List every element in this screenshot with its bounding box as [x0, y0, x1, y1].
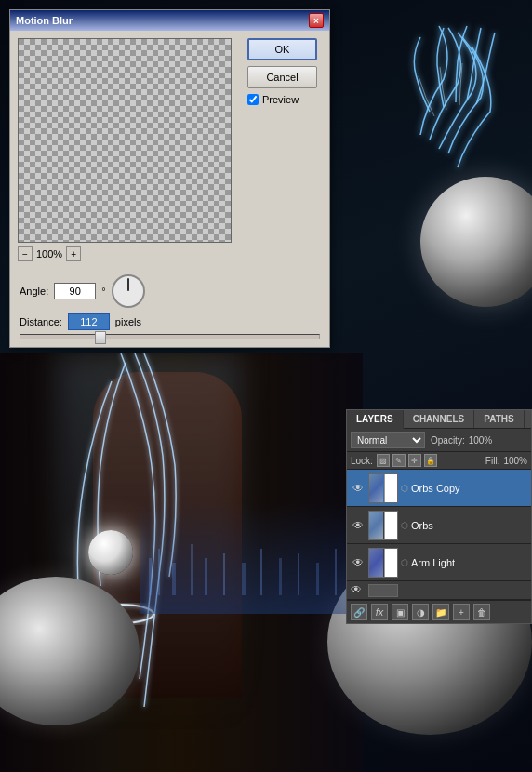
- lock-all-icon[interactable]: 🔒: [424, 454, 437, 467]
- dialog-title: Motion Blur: [16, 15, 73, 26]
- distance-section: Distance: pixels: [10, 313, 329, 334]
- tab-layers[interactable]: LAYERS: [347, 410, 404, 429]
- slider-container: [10, 334, 329, 347]
- dialog-close-button[interactable]: ×: [309, 13, 324, 28]
- angle-wheel[interactable]: [112, 274, 145, 308]
- layers-blend-row: Normal Multiply Screen Overlay Opacity: …: [347, 429, 531, 452]
- motion-blur-dialog: Motion Blur × − 100% + OK Cancel Preview: [9, 9, 330, 348]
- preview-checkbox[interactable]: [247, 94, 259, 105]
- layer-mask-arm-light: [384, 549, 397, 577]
- preview-canvas-inner: [19, 39, 231, 242]
- link-icon-orbs-copy: ⬡: [401, 484, 408, 493]
- pixels-label: pixels: [115, 316, 141, 327]
- layer-thumb-partial: [368, 584, 398, 597]
- layer-row-partial[interactable]: 👁: [347, 581, 531, 600]
- dialog-body: − 100% + OK Cancel Preview: [10, 31, 329, 269]
- preview-area: − 100% +: [18, 38, 240, 261]
- opacity-label: Opacity:: [431, 435, 465, 446]
- link-icon-orbs: ⬡: [401, 521, 408, 530]
- distance-slider-track: [20, 334, 320, 339]
- svg-rect-1: [149, 558, 152, 595]
- eye-icon-orbs-copy[interactable]: 👁: [351, 481, 366, 496]
- layer-mask-orbs-copy: [384, 474, 397, 502]
- link-icon-arm-light: ⬡: [401, 558, 408, 567]
- eye-icon-orbs[interactable]: 👁: [351, 518, 366, 533]
- opacity-value: 100%: [469, 435, 493, 446]
- layer-mask-orbs: [384, 512, 397, 539]
- lock-transparency-icon[interactable]: ▨: [377, 454, 390, 467]
- degree-symbol: °: [101, 286, 105, 297]
- group-button[interactable]: 📁: [432, 604, 449, 620]
- svg-rect-10: [298, 553, 299, 595]
- ok-button[interactable]: OK: [247, 38, 317, 60]
- eye-icon-arm-light[interactable]: 👁: [351, 555, 366, 570]
- cancel-button[interactable]: Cancel: [247, 66, 317, 88]
- distance-slider-thumb[interactable]: [95, 331, 106, 344]
- svg-rect-5: [205, 558, 207, 595]
- svg-rect-9: [279, 558, 282, 595]
- preview-canvas: [18, 38, 232, 243]
- layer-thumb-orbs-copy: [368, 473, 398, 503]
- zoom-value: 100%: [36, 248, 62, 260]
- add-mask-button[interactable]: ▣: [392, 604, 408, 620]
- lock-row: Lock: ▨ ✎ ✛ 🔒 Fill: 100%: [347, 452, 531, 470]
- layer-row-orbs[interactable]: 👁 ⬡ Orbs: [347, 507, 531, 544]
- svg-rect-2: [158, 549, 160, 595]
- svg-rect-11: [316, 563, 319, 595]
- link-layers-button[interactable]: 🔗: [351, 604, 367, 620]
- new-layer-button[interactable]: +: [453, 604, 470, 620]
- angle-row: Angle: 90 °: [10, 269, 329, 313]
- lock-label: Lock:: [351, 456, 373, 466]
- layer-row-orbs-copy[interactable]: 👁 ⬡ Orbs Copy: [347, 470, 531, 507]
- eye-icon-partial: 👁: [351, 583, 366, 598]
- svg-rect-3: [172, 563, 176, 595]
- lock-icon-group: ▨ ✎ ✛ 🔒: [377, 454, 437, 467]
- preview-checkbox-group: Preview: [247, 94, 322, 105]
- lock-paint-icon[interactable]: ✎: [392, 454, 406, 467]
- tab-channels[interactable]: CHANNELS: [404, 410, 475, 428]
- distance-label: Distance:: [20, 316, 62, 327]
- layer-thumb-img-orbs-copy: [369, 474, 383, 502]
- layer-thumb-img-orbs: [369, 512, 383, 539]
- dialog-titlebar: Motion Blur ×: [10, 10, 329, 31]
- layers-panel: LAYERS CHANNELS PATHS Normal Multiply Sc…: [346, 409, 532, 624]
- angle-section: Angle: 90 °: [20, 274, 145, 308]
- layer-row-arm-light[interactable]: 👁 ⬡ Arm Light: [347, 544, 531, 581]
- preview-label: Preview: [262, 94, 299, 105]
- svg-rect-6: [223, 553, 225, 595]
- zoom-out-button[interactable]: −: [18, 246, 33, 261]
- layer-name-orbs-copy: Orbs Copy: [411, 483, 527, 494]
- layer-thumb-arm-light: [368, 548, 398, 578]
- dialog-right-panel: OK Cancel Preview: [247, 38, 322, 261]
- adjustment-button[interactable]: ◑: [412, 604, 429, 620]
- fx-button[interactable]: fx: [371, 604, 388, 620]
- layer-thumb-orbs: [368, 511, 398, 540]
- angle-input[interactable]: 90: [54, 283, 96, 299]
- layers-tabs: LAYERS CHANNELS PATHS: [347, 410, 531, 429]
- distance-input[interactable]: [68, 313, 110, 330]
- lock-move-icon[interactable]: ✛: [408, 454, 421, 467]
- tab-paths[interactable]: PATHS: [474, 410, 524, 428]
- layers-bottom-toolbar: 🔗 fx ▣ ◑ 📁 + 🗑: [347, 600, 531, 623]
- svg-rect-4: [191, 544, 193, 595]
- layer-name-orbs: Orbs: [411, 520, 527, 531]
- orb-small: [88, 530, 133, 575]
- fill-label: Fill:: [485, 456, 500, 466]
- svg-rect-12: [335, 549, 337, 595]
- fill-value: 100%: [503, 456, 527, 466]
- svg-rect-8: [260, 549, 262, 595]
- layer-thumb-img-arm-light: [369, 549, 383, 577]
- svg-rect-7: [242, 563, 246, 595]
- layer-name-arm-light: Arm Light: [411, 557, 527, 568]
- zoom-in-button[interactable]: +: [66, 246, 81, 261]
- zoom-controls: − 100% +: [18, 246, 240, 261]
- blend-mode-select[interactable]: Normal Multiply Screen Overlay: [351, 432, 425, 448]
- angle-label: Angle:: [20, 286, 48, 297]
- delete-layer-button[interactable]: 🗑: [473, 604, 490, 620]
